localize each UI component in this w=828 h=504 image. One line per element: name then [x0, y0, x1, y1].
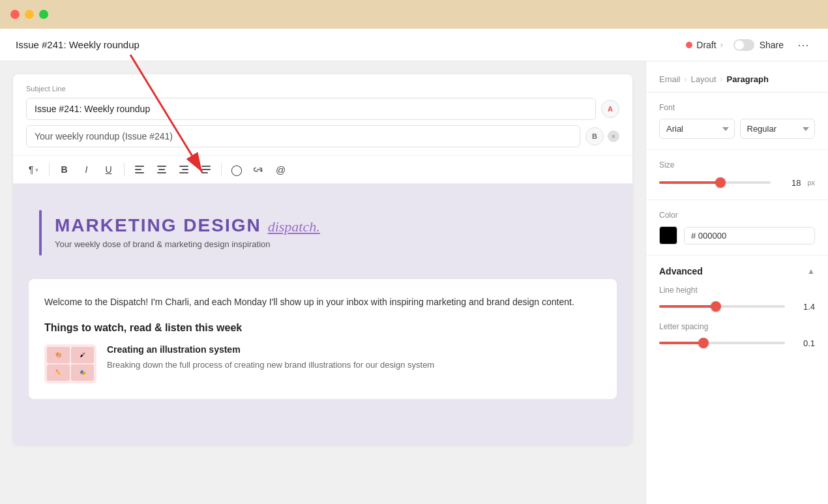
advanced-chevron-icon: ▲ [807, 267, 815, 276]
align-right-button[interactable] [174, 160, 194, 179]
app-header: Issue #241: Weekly roundup Draft › Share… [0, 29, 828, 61]
line-height-slider-thumb[interactable] [711, 301, 721, 312]
letter-spacing-slider-container[interactable] [659, 336, 785, 349]
email-body-card: Welcome to the Dispatch! I'm Charli, and… [29, 279, 617, 399]
paragraph-style-button[interactable]: ¶ ▾ [23, 162, 44, 177]
thumb-cell-3: ✏️ [47, 364, 70, 381]
header-actions: Draft › Share ⋯ [686, 36, 812, 54]
svg-rect-3 [157, 166, 166, 167]
advanced-title: Advanced [659, 266, 703, 276]
toolbar-separator-1 [49, 163, 50, 176]
svg-rect-6 [179, 166, 188, 167]
article-title: Creating an illustration system [107, 344, 434, 355]
mention-button[interactable]: @ [271, 160, 291, 179]
size-unit: px [807, 179, 815, 186]
svg-rect-1 [135, 169, 141, 170]
share-switch[interactable] [733, 39, 754, 51]
share-toggle[interactable]: Share [733, 39, 784, 51]
line-height-slider-fill [659, 305, 716, 308]
advanced-section: Advanced ▲ Line height 1.4 [646, 256, 828, 369]
subject-label: Subject Line [26, 85, 619, 93]
font-row: Arial Regular [659, 119, 815, 139]
subject-area: Subject Line A B × [13, 74, 632, 147]
editor-toolbar: ¶ ▾ B I U [13, 155, 632, 184]
breadcrumb-current: Paragraph [727, 74, 769, 84]
color-label: Color [659, 211, 815, 220]
line-height-row: 1.4 [659, 300, 815, 313]
more-button[interactable]: ⋯ [794, 36, 812, 54]
font-section: Font Arial Regular [646, 93, 828, 150]
color-swatch[interactable] [659, 226, 677, 245]
size-row: 18 px [659, 176, 815, 189]
subject-a-badge: A [601, 100, 619, 118]
maximize-button[interactable] [39, 10, 48, 19]
subject-a-input[interactable] [26, 98, 596, 120]
letter-spacing-slider-fill [659, 342, 703, 344]
size-section: Size 18 px [646, 150, 828, 200]
brand-tagline: Your weekly dose of brand & marketing de… [55, 239, 320, 249]
font-family-select[interactable]: Arial [659, 119, 735, 139]
italic-button[interactable]: I [77, 160, 96, 179]
article-thumbnail: 🎨 🖌 ✏️ 🎭 [44, 344, 96, 383]
align-center-button[interactable] [152, 160, 171, 179]
letter-spacing-field: Letter spacing 0.1 [659, 322, 815, 349]
justify-button[interactable] [196, 160, 216, 179]
letter-spacing-slider-thumb[interactable] [698, 338, 709, 348]
editor-container: Subject Line A B × ¶ ▾ B [13, 74, 632, 445]
line-height-field: Line height 1.4 [659, 286, 815, 313]
brand-title: MARKETING DESIGN [55, 216, 261, 235]
advanced-header[interactable]: Advanced ▲ [659, 266, 815, 276]
editor-panel: Subject Line A B × ¶ ▾ B [0, 61, 645, 504]
minimize-button[interactable] [25, 10, 34, 19]
justify-icon [201, 166, 211, 173]
svg-rect-4 [158, 169, 165, 170]
svg-rect-10 [201, 169, 211, 170]
underline-button[interactable]: U [99, 160, 119, 179]
draft-label: Draft [696, 40, 716, 50]
subject-b-row: B × [26, 125, 619, 147]
link-button[interactable] [249, 160, 269, 179]
letter-spacing-label: Letter spacing [659, 322, 815, 331]
breadcrumb: Email › Layout › Paragraph [659, 74, 815, 84]
breadcrumb-layout[interactable]: Layout [691, 74, 717, 84]
title-bar [0, 0, 828, 29]
align-right-icon [179, 166, 188, 173]
draft-chevron-icon: › [720, 40, 723, 50]
letter-spacing-value: 0.1 [791, 338, 815, 348]
color-hex-value[interactable]: # 000000 [684, 227, 815, 245]
right-panel: Email › Layout › Paragraph Font Arial Re… [645, 61, 828, 504]
font-label: Font [659, 103, 815, 112]
document-title: Issue #241: Weekly roundup [16, 39, 140, 50]
email-brand: MARKETING DESIGN dispatch. Your weekly d… [55, 216, 320, 249]
panel-header: Email › Layout › Paragraph [646, 61, 828, 93]
toolbar-separator-2 [124, 163, 125, 176]
subject-b-close-icon[interactable]: × [608, 130, 619, 142]
breadcrumb-email[interactable]: Email [659, 74, 681, 84]
size-slider-container[interactable] [659, 176, 771, 189]
email-body-text: Welcome to the Dispatch! I'm Charli, and… [44, 295, 601, 309]
svg-rect-7 [182, 169, 188, 170]
svg-rect-0 [135, 166, 144, 167]
subject-b-input[interactable] [26, 125, 580, 147]
size-slider-thumb[interactable] [715, 177, 726, 188]
close-button[interactable] [10, 10, 20, 19]
draft-dot [686, 42, 692, 48]
font-style-select[interactable]: Regular [740, 119, 816, 139]
subject-a-row: A [26, 98, 619, 120]
article-desc: Breaking down the full process of creati… [107, 359, 434, 372]
line-height-slider-container[interactable] [659, 300, 785, 313]
email-header-block: MARKETING DESIGN dispatch. Your weekly d… [29, 200, 617, 266]
svg-rect-5 [157, 172, 166, 173]
color-row: # 000000 [659, 226, 815, 245]
bold-button[interactable]: B [55, 160, 74, 179]
email-section-title: Things to watch, read & listen this week [44, 322, 601, 334]
highlight-button[interactable]: ◯ [227, 160, 246, 179]
size-label: Size [659, 160, 815, 170]
align-left-button[interactable] [130, 160, 149, 179]
breadcrumb-sep-1: › [685, 75, 687, 84]
line-height-value: 1.4 [791, 302, 815, 312]
email-content: MARKETING DESIGN dispatch. Your weekly d… [13, 184, 632, 445]
window-controls [10, 10, 48, 19]
thumb-cell-4: 🎭 [71, 364, 94, 381]
draft-status[interactable]: Draft › [686, 40, 722, 50]
